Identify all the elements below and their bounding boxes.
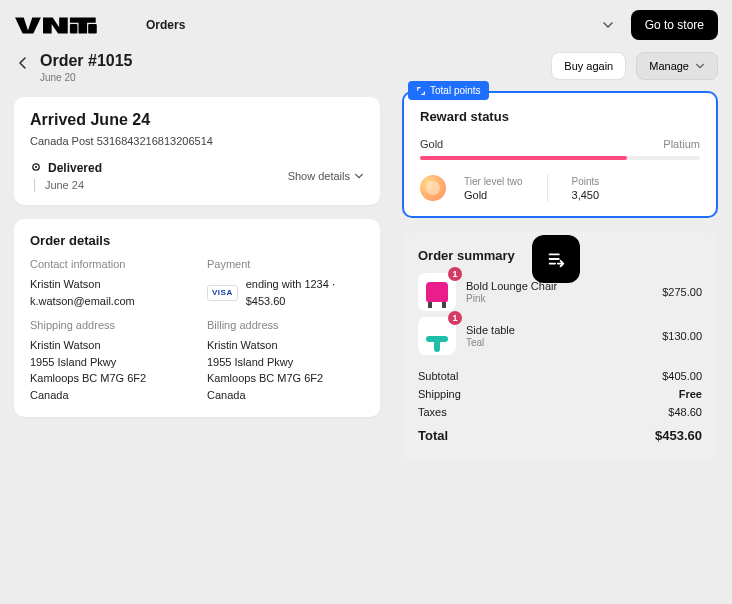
taxes-label: Taxes [418, 406, 447, 418]
buy-again-button[interactable]: Buy again [551, 52, 626, 80]
location-pin-icon [30, 162, 42, 174]
buy-again-label: Buy again [564, 60, 613, 72]
expand-icon [416, 86, 426, 96]
item-price: $275.00 [662, 286, 702, 298]
contact-label: Contact information [30, 258, 187, 270]
contact-name: Kristin Watson [30, 276, 187, 293]
order-date: June 20 [40, 72, 133, 83]
arrived-title: Arrived June 24 [30, 111, 364, 129]
arrow-left-icon [16, 56, 30, 70]
svg-point-3 [35, 166, 37, 168]
go-to-store-button[interactable]: Go to store [631, 10, 718, 40]
svg-rect-0 [88, 24, 97, 34]
medal-icon [420, 175, 446, 201]
billing-country: Canada [207, 387, 364, 404]
payment-text: ending with 1234 · $453.60 [246, 276, 364, 309]
shipping-l2: Kamloops BC M7G 6F2 [30, 370, 187, 387]
topbar-dropdown[interactable] [597, 14, 619, 36]
item-thumbnail: 1 [418, 273, 456, 311]
qty-badge: 1 [448, 267, 462, 281]
tier-level-label: Tier level two [464, 176, 523, 187]
item-variant: Pink [466, 293, 652, 304]
shipping-l1: 1955 Island Pkwy [30, 354, 187, 371]
side-table-icon [426, 336, 448, 342]
subtotal-value: $405.00 [662, 370, 702, 382]
order-details-card: Order details Contact information Kristi… [14, 219, 380, 417]
status-date: June 24 [45, 179, 84, 191]
svg-rect-1 [70, 24, 78, 34]
list-arrow-icon [545, 248, 567, 270]
left-column: Arrived June 24 Canada Post 531684321681… [14, 87, 380, 417]
tier-progress-fill [420, 156, 627, 160]
shipment-card: Arrived June 24 Canada Post 531684321681… [14, 97, 380, 205]
order-details-title: Order details [30, 233, 364, 248]
subtotal-label: Subtotal [418, 370, 458, 382]
total-label: Total [418, 428, 448, 443]
chevron-down-icon [354, 171, 364, 181]
order-title: Order #1015 [40, 52, 133, 70]
item-name: Side table [466, 324, 652, 336]
total-value: $453.60 [655, 428, 702, 443]
payment-label: Payment [207, 258, 364, 270]
chevron-down-icon [602, 19, 614, 31]
chair-icon [426, 282, 448, 302]
tier-progress [420, 156, 700, 160]
billing-l2: Kamloops BC M7G 6F2 [207, 370, 364, 387]
shipping-value: Free [679, 388, 702, 400]
line-item: 1 Side table Teal $130.00 [418, 317, 702, 355]
total-points-label: Total points [430, 85, 481, 96]
tier-from: Gold [420, 138, 443, 150]
back-button[interactable] [14, 54, 32, 72]
status-label: Delivered [48, 161, 102, 175]
qty-badge: 1 [448, 311, 462, 325]
shipping-label: Shipping address [30, 319, 187, 331]
item-thumbnail: 1 [418, 317, 456, 355]
brand-logo-svg [14, 13, 100, 37]
nav-orders[interactable]: Orders [146, 18, 185, 32]
chevron-down-icon [695, 61, 705, 71]
taxes-value: $48.60 [668, 406, 702, 418]
contact-email: k.watson@email.com [30, 293, 187, 310]
divider [547, 174, 548, 202]
tier-level-value: Gold [464, 189, 523, 201]
reward-status-card: Reward status Gold Platium Tier level tw… [402, 91, 718, 218]
show-details-toggle[interactable]: Show details [288, 170, 364, 182]
points-label: Points [572, 176, 600, 187]
tier-to: Platium [663, 138, 700, 150]
brand-logo[interactable] [14, 13, 100, 37]
shipping-country: Canada [30, 387, 187, 404]
billing-label: Billing address [207, 319, 364, 331]
billing-l1: 1955 Island Pkwy [207, 354, 364, 371]
item-variant: Teal [466, 337, 652, 348]
shipping-name: Kristin Watson [30, 337, 187, 354]
shipping-label: Shipping [418, 388, 461, 400]
manage-button[interactable]: Manage [636, 52, 718, 80]
billing-name: Kristin Watson [207, 337, 364, 354]
show-details-label: Show details [288, 170, 350, 182]
reward-title: Reward status [420, 109, 700, 124]
top-bar: Orders Go to store [0, 0, 732, 50]
total-points-tag: Total points [408, 81, 489, 100]
points-value: 3,450 [572, 189, 600, 201]
item-price: $130.00 [662, 330, 702, 342]
right-column: Total points Reward status Gold Platium … [402, 87, 718, 460]
tracking-number: Canada Post 5316843216813206514 [30, 135, 364, 147]
visa-badge: VISA [207, 285, 238, 301]
manage-label: Manage [649, 60, 689, 72]
floating-action-icon[interactable] [532, 235, 580, 283]
